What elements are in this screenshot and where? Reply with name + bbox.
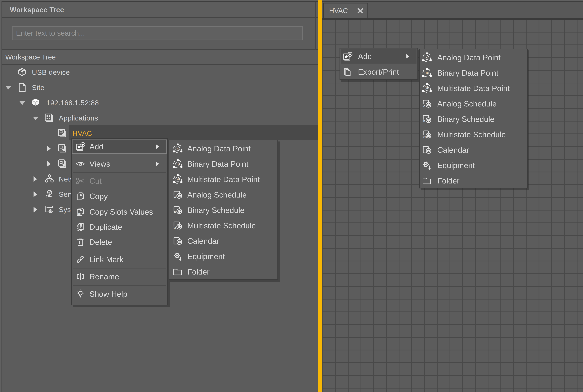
svg-text:A: A xyxy=(177,147,178,150)
svg-text:A: A xyxy=(426,56,428,59)
svg-text:B: B xyxy=(174,211,176,214)
svg-text:123: 123 xyxy=(78,213,80,214)
svg-text:A: A xyxy=(174,196,176,198)
svg-text:B: B xyxy=(426,72,428,74)
svg-text:M: M xyxy=(426,87,428,90)
svg-text:MS: MS xyxy=(423,136,426,138)
svg-text:A: A xyxy=(423,104,425,107)
svg-text:MS: MS xyxy=(174,227,176,229)
svg-text:B: B xyxy=(177,163,178,166)
svg-text:M: M xyxy=(176,178,179,181)
svg-text:B: B xyxy=(423,120,425,123)
